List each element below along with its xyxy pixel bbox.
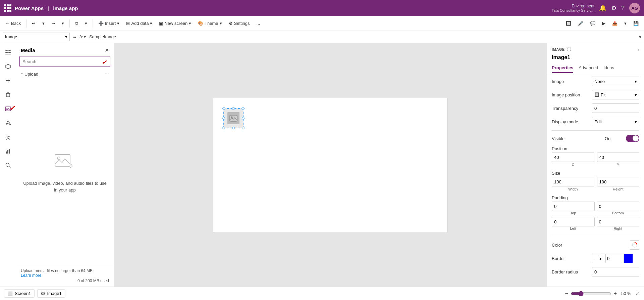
image1-tab[interactable]: 🖼 Image1 — [37, 289, 65, 298]
handle-bl[interactable] — [222, 127, 225, 129]
formula-expand-icon[interactable]: ▾ — [639, 34, 641, 40]
upload-icon: ↑ — [21, 71, 23, 77]
sidebar-icon-themes[interactable] — [1, 116, 15, 130]
bottom-bar: ⬜ Screen1 🖼 Image1 − + 50 % ⤢ — [0, 287, 644, 300]
tab-ideas[interactable]: Ideas — [603, 63, 614, 73]
handle-mr[interactable] — [242, 117, 245, 120]
more-button[interactable]: ... — [254, 19, 263, 27]
more-options-button[interactable]: ··· — [105, 71, 109, 77]
handle-bm[interactable] — [232, 127, 235, 129]
canvas-screen[interactable] — [213, 98, 448, 232]
display-mode-dropdown[interactable]: Edit ▾ — [592, 117, 639, 126]
copy-button[interactable]: ⧉ — [72, 19, 81, 28]
back-button[interactable]: ← Back — [3, 19, 23, 27]
tab-properties[interactable]: Properties — [552, 63, 573, 73]
zoom-slider[interactable] — [571, 291, 611, 296]
color-swatch-picker[interactable] — [630, 240, 639, 250]
paste-button[interactable]: ▾ — [82, 19, 90, 27]
theme-button[interactable]: 🎨 Theme ▾ — [195, 19, 224, 27]
new-screen-label: New screen — [164, 21, 187, 26]
tab-advanced[interactable]: Advanced — [579, 63, 598, 73]
sidebar-icon-add[interactable] — [1, 74, 15, 87]
save-icon[interactable]: 💾 — [631, 19, 641, 27]
visible-toggle[interactable] — [626, 135, 639, 142]
undo-button[interactable]: ↩ — [29, 19, 38, 27]
sidebar-icon-search[interactable] — [1, 159, 15, 172]
redo-button[interactable]: ↪ — [49, 19, 58, 27]
handle-tm[interactable] — [232, 107, 235, 110]
upload-label: Upload — [24, 72, 38, 77]
sidebar-icon-media[interactable] — [1, 102, 15, 116]
screen1-tab[interactable]: ⬜ Screen1 — [4, 289, 35, 298]
handle-br[interactable] — [242, 127, 245, 129]
run-button[interactable]: ▶ — [599, 19, 608, 27]
sidebar-icon-components[interactable] — [1, 60, 15, 73]
upload-button[interactable]: ↑ Upload — [21, 71, 38, 77]
redo-chevron[interactable]: ▾ — [59, 19, 67, 27]
settings-icon[interactable]: ⚙ — [611, 4, 616, 12]
sidebar-icon-variables[interactable]: (x) — [1, 130, 15, 144]
handle-tr[interactable] — [242, 107, 245, 110]
sidebar-icon-treeview[interactable] — [1, 46, 15, 59]
zoom-plus-button[interactable]: + — [614, 291, 617, 297]
left-sidebar: (x) — [0, 43, 16, 287]
add-data-button[interactable]: ⊞ Add data ▾ — [123, 19, 155, 27]
waffle-icon[interactable] — [4, 4, 11, 12]
learn-more-link[interactable]: Learn more — [21, 273, 41, 278]
image-position-dropdown[interactable]: 🔲 Fit ▾ — [592, 90, 639, 99]
info-icon[interactable]: ⓘ — [567, 46, 571, 52]
media-panel-close-button[interactable]: ✕ — [105, 47, 109, 53]
handle-tl[interactable] — [222, 107, 225, 110]
border-radius-input[interactable] — [592, 267, 639, 276]
new-screen-button[interactable]: ▣ New screen ▾ — [156, 19, 194, 27]
media-search-input[interactable] — [19, 56, 110, 67]
position-y-input[interactable] — [597, 153, 640, 162]
padding-right-input[interactable] — [597, 217, 640, 226]
sidebar-icon-trash[interactable] — [1, 88, 15, 101]
main-area: (x) Media ✕ ✓ ↑ Upload ··· — [0, 43, 644, 287]
image-dropdown[interactable]: None ▾ — [592, 77, 639, 86]
settings-toolbar-button[interactable]: ⚙ Settings — [226, 19, 253, 27]
canvas-area[interactable] — [114, 43, 547, 287]
padding-left-group: Left — [552, 217, 595, 230]
comment-icon[interactable]: 💬 — [587, 19, 598, 27]
border-color-swatch[interactable] — [624, 254, 633, 263]
insert-icon: ➕ — [98, 21, 104, 26]
padding-left-input[interactable] — [552, 217, 595, 226]
size-width-input[interactable] — [552, 177, 594, 186]
fullscreen-button[interactable]: ⤢ — [636, 290, 640, 297]
formula-input[interactable] — [88, 34, 637, 39]
undo-chevron[interactable]: ▾ — [40, 19, 47, 27]
media-panel: Media ✕ ✓ ↑ Upload ··· ♪ — [16, 43, 114, 287]
zoom-minus-button[interactable]: − — [565, 291, 568, 297]
transparency-input[interactable] — [592, 103, 639, 113]
padding-bottom-input[interactable] — [597, 202, 640, 211]
image1-label: Image1 — [47, 291, 61, 296]
mic-icon[interactable]: 🎤 — [575, 19, 586, 27]
publish-button[interactable]: 📤 — [609, 19, 620, 27]
bell-icon[interactable]: 🔔 — [599, 4, 606, 12]
border-style-button[interactable]: — ▾ — [592, 254, 604, 263]
insert-button[interactable]: ➕ Insert ▾ — [96, 19, 122, 27]
padding-top-input[interactable] — [552, 202, 595, 211]
image-widget[interactable] — [223, 108, 244, 128]
preview-icon[interactable]: 🔲 — [563, 19, 574, 27]
media-upload-row: ↑ Upload ··· — [16, 70, 114, 80]
publish-chevron[interactable]: ▾ — [622, 19, 629, 27]
formula-fx-btn[interactable]: fx ▾ — [79, 34, 86, 39]
element-selector[interactable]: Image ▾ — [3, 33, 70, 41]
formula-equals: = — [72, 34, 77, 40]
expand-icon[interactable]: › — [638, 46, 639, 52]
size-width-group: Width — [552, 177, 594, 191]
handle-ml[interactable] — [222, 117, 225, 120]
back-label: Back — [11, 21, 21, 26]
avatar[interactable]: AG — [629, 3, 640, 13]
border-width-input[interactable] — [605, 254, 622, 263]
sidebar-icon-metrics[interactable] — [1, 144, 15, 158]
fx-label: fx — [79, 34, 83, 39]
position-x-input[interactable] — [552, 153, 594, 162]
size-height-input[interactable] — [597, 177, 640, 186]
help-icon[interactable]: ? — [621, 5, 625, 12]
new-screen-icon: ▣ — [159, 21, 163, 26]
right-panel-tabs: Properties Advanced Ideas — [547, 63, 644, 73]
